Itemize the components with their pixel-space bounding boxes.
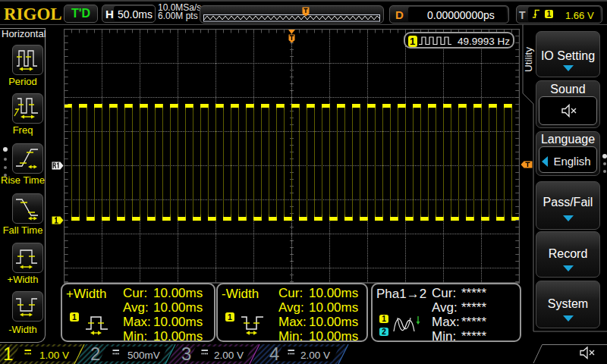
svg-text:Utility: Utility xyxy=(523,47,534,72)
